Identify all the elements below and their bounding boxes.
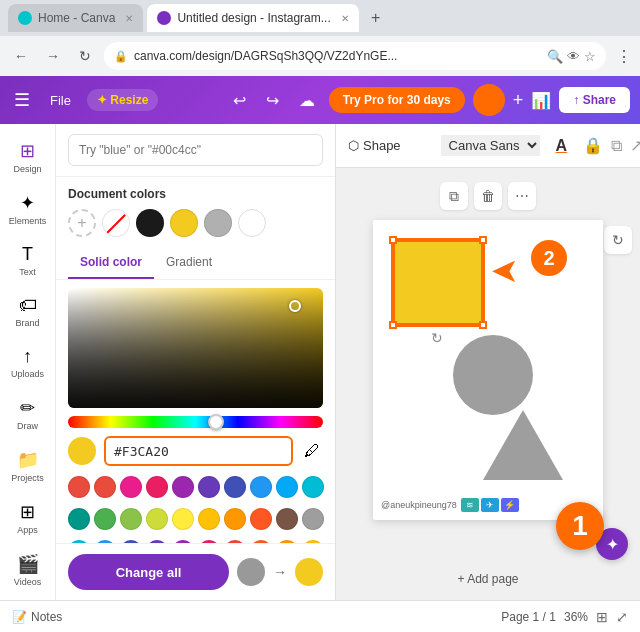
gradient-picker-cursor[interactable] bbox=[289, 300, 301, 312]
add-color-button[interactable]: + bbox=[68, 209, 96, 237]
color-swatch-indigo[interactable] bbox=[224, 476, 246, 498]
address-bar[interactable]: 🔒 canva.com/design/DAGRSqSh3QQ/VZ2dYnGE.… bbox=[104, 42, 606, 70]
rotation-handle[interactable]: ↻ bbox=[431, 330, 443, 346]
sidebar-item-elements[interactable]: ✦ Elements bbox=[4, 184, 52, 234]
add-page-button[interactable]: + Add page bbox=[457, 572, 518, 586]
gray-circle-element[interactable] bbox=[453, 335, 533, 415]
color-swatch-grey[interactable] bbox=[302, 508, 324, 530]
chart-icon[interactable]: 📊 bbox=[531, 91, 551, 110]
undo-button[interactable]: ↩ bbox=[227, 87, 252, 114]
tab-solid-color[interactable]: Solid color bbox=[68, 247, 154, 279]
tab-home[interactable]: Home - Canva ✕ bbox=[8, 4, 143, 32]
yellow-swatch[interactable] bbox=[170, 209, 198, 237]
tab-home-label: Home - Canva bbox=[38, 11, 115, 25]
resize-label: ✦ Resize bbox=[97, 93, 148, 107]
color-swatch-red[interactable] bbox=[68, 476, 90, 498]
resize-button[interactable]: ✦ Resize bbox=[87, 89, 158, 111]
new-tab-button[interactable]: + bbox=[363, 5, 389, 31]
tab-design[interactable]: Untitled design - Instagram... ✕ bbox=[147, 4, 358, 32]
notes-button[interactable]: 📝 Notes bbox=[12, 610, 62, 624]
try-pro-button[interactable]: Try Pro for 30 days bbox=[329, 87, 465, 113]
color-swatch-orange[interactable] bbox=[224, 508, 246, 530]
color-swatch-teal[interactable] bbox=[68, 508, 90, 530]
color-swatch-purple[interactable] bbox=[172, 476, 194, 498]
color-search-input[interactable] bbox=[68, 134, 323, 166]
projects-icon: 📁 bbox=[17, 449, 39, 471]
hex-input[interactable]: #F3CA20 bbox=[104, 436, 293, 466]
color-swatch-deep-orange[interactable] bbox=[250, 508, 272, 530]
sidebar-item-videos[interactable]: 🎬 Videos bbox=[4, 545, 52, 595]
yellow-rectangle-element[interactable] bbox=[393, 240, 483, 325]
gray-triangle-element[interactable] bbox=[483, 410, 563, 480]
color-swatch-light-blue[interactable] bbox=[276, 476, 298, 498]
redo-button[interactable]: ↪ bbox=[260, 87, 285, 114]
sidebar-item-projects[interactable]: 📁 Projects bbox=[4, 441, 52, 491]
duplicate-button[interactable]: ⧉ bbox=[440, 182, 468, 210]
sidebar-item-text[interactable]: T Text bbox=[4, 236, 52, 285]
color-swatch-pink[interactable] bbox=[120, 476, 142, 498]
eye-slash-icon[interactable]: 👁 bbox=[567, 49, 580, 64]
sidebar-item-brand[interactable]: 🏷 Brand bbox=[4, 287, 52, 336]
shape-selector[interactable]: ⬡ Shape bbox=[348, 138, 401, 153]
color-swatch-blue[interactable] bbox=[250, 476, 272, 498]
color-gradient-picker[interactable] bbox=[68, 288, 323, 408]
color-swatch-cyan[interactable] bbox=[302, 476, 324, 498]
black-swatch[interactable] bbox=[136, 209, 164, 237]
tab-gradient[interactable]: Gradient bbox=[154, 247, 224, 279]
user-avatar[interactable] bbox=[473, 84, 505, 116]
color-swatch-brown[interactable] bbox=[276, 508, 298, 530]
text-format-button[interactable]: A bbox=[556, 137, 568, 155]
address-icons: 🔍 👁 ☆ bbox=[547, 49, 596, 64]
color-swatch-deep-purple[interactable] bbox=[198, 476, 220, 498]
tab-close-home[interactable]: ✕ bbox=[125, 13, 133, 24]
color-swatch-light-green[interactable] bbox=[120, 508, 142, 530]
eyedropper-button[interactable]: 🖊 bbox=[301, 437, 323, 465]
hamburger-menu-icon[interactable]: ☰ bbox=[10, 85, 34, 115]
text-label: Text bbox=[19, 267, 36, 277]
add-page-label: + Add page bbox=[457, 572, 518, 586]
fullscreen-icon[interactable]: ⤢ bbox=[616, 609, 628, 625]
star-icon[interactable]: ☆ bbox=[584, 49, 596, 64]
doc-color-swatches: + bbox=[68, 209, 323, 237]
export-element-icon[interactable]: ↗ bbox=[630, 136, 640, 155]
color-swatch-lime[interactable] bbox=[146, 508, 168, 530]
sidebar-item-apps[interactable]: ⊞ Apps bbox=[4, 493, 52, 543]
hue-slider[interactable] bbox=[68, 416, 323, 428]
plus-icon[interactable]: + bbox=[513, 90, 524, 111]
grid-view-icon[interactable]: ⊞ bbox=[596, 609, 608, 625]
more-options-button[interactable]: ⋯ bbox=[508, 182, 536, 210]
canvas-page[interactable]: ➤ 2 ↻ @aneukpineung78 ≋ bbox=[373, 220, 603, 520]
watermark-icon-discord: ⚡ bbox=[501, 498, 519, 512]
color-swatch-pink2[interactable] bbox=[146, 476, 168, 498]
delete-button[interactable]: 🗑 bbox=[474, 182, 502, 210]
copy-element-icon[interactable]: ⧉ bbox=[611, 137, 622, 155]
change-all-button[interactable]: Change all bbox=[68, 554, 229, 590]
sidebar-item-design[interactable]: ⊞ Design bbox=[4, 132, 52, 182]
color-swatch-amber[interactable] bbox=[198, 508, 220, 530]
share-button[interactable]: ↑ Share bbox=[559, 87, 630, 113]
sidebar-item-draw[interactable]: ✏ Draw bbox=[4, 389, 52, 439]
search-icon[interactable]: 🔍 bbox=[547, 49, 563, 64]
color-swatch-green[interactable] bbox=[94, 508, 116, 530]
file-menu-button[interactable]: File bbox=[42, 89, 79, 112]
refresh-button[interactable]: ↻ bbox=[72, 43, 98, 69]
color-swatch-red2[interactable] bbox=[94, 476, 116, 498]
rotate-canvas-button[interactable]: ↻ bbox=[604, 226, 632, 254]
white-swatch[interactable] bbox=[238, 209, 266, 237]
gray-swatch[interactable] bbox=[204, 209, 232, 237]
canvas-workspace[interactable]: ⧉ 🗑 ⋯ ↻ bbox=[336, 168, 640, 600]
forward-button[interactable]: → bbox=[40, 43, 66, 69]
zoom-level[interactable]: 36% bbox=[564, 610, 588, 624]
transparent-swatch[interactable] bbox=[102, 209, 130, 237]
try-pro-label: Try Pro for 30 days bbox=[343, 93, 451, 107]
browser-menu-icon[interactable]: ⋮ bbox=[616, 47, 632, 66]
cloud-save-icon[interactable]: ☁ bbox=[293, 87, 321, 114]
color-swatch-yellow[interactable] bbox=[172, 508, 194, 530]
hue-thumb[interactable] bbox=[208, 414, 224, 430]
sidebar-item-uploads[interactable]: ↑ Uploads bbox=[4, 338, 52, 387]
back-button[interactable]: ← bbox=[8, 43, 34, 69]
tab-close-design[interactable]: ✕ bbox=[341, 13, 349, 24]
font-selector[interactable]: Canva Sans bbox=[441, 135, 540, 156]
lock-icon[interactable]: 🔒 bbox=[583, 136, 603, 155]
bottom-bar: 📝 Notes Page 1 / 1 36% ⊞ ⤢ bbox=[0, 600, 640, 632]
